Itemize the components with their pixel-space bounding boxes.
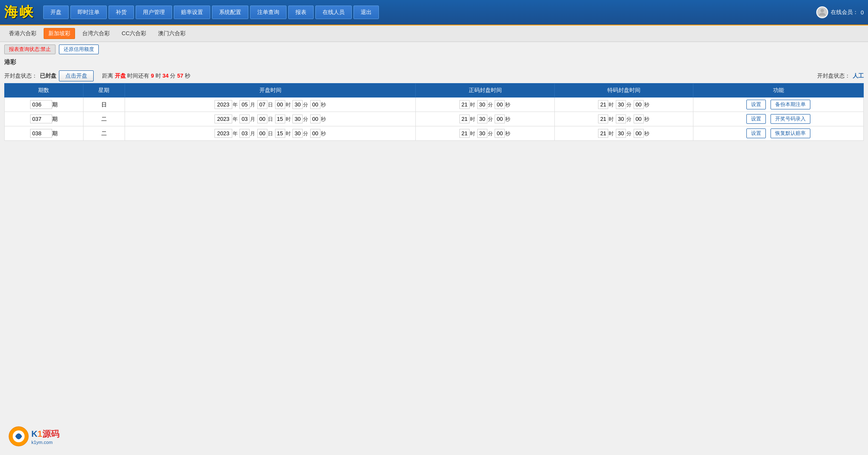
nav-chaxun[interactable]: 注单查询 [250, 6, 287, 19]
table-wrapper: 期数 星期 开盘时间 正码封盘时间 特码封盘时间 功能 期日 年 月 日 时 分… [0, 83, 868, 141]
nav-baobiao[interactable]: 报表 [288, 6, 314, 19]
tema-hour-input[interactable] [598, 100, 608, 109]
open-year-input[interactable] [214, 100, 232, 109]
table-row: 期二 年 月 日 时 分 秒 时 分 秒 时 分 秒 设置 恢复默认赔率 [5, 126, 864, 141]
open-month-input[interactable] [239, 100, 250, 109]
func-button-1[interactable]: 开奖号码录入 [771, 114, 810, 124]
countdown-group: 距离 开盘 时间还有 9 时 34 分 57 秒 [102, 72, 190, 80]
open-month-input[interactable] [239, 114, 250, 123]
open-hour-input[interactable] [275, 100, 285, 109]
countdown-seconds-unit: 秒 [185, 73, 190, 79]
online-count: 0 [861, 9, 864, 16]
header: 海峡 开盘 即时注单 补货 用户管理 赔率设置 系统配置 注单查询 报表 在线人… [0, 0, 868, 25]
section-title: 港彩 [0, 57, 868, 68]
online-label: 在线会员： [831, 8, 858, 16]
open-day-input[interactable] [257, 129, 267, 138]
open-min-input[interactable] [292, 129, 303, 138]
cell-func: 设置 开奖号码录入 [693, 112, 864, 126]
col-tema-time: 特码封盘时间 [554, 84, 693, 98]
col-func: 功能 [693, 84, 864, 98]
nav-peilu[interactable]: 赔率设置 [174, 6, 210, 19]
nav-online[interactable]: 在线人员 [315, 6, 352, 19]
sub-nav-am[interactable]: 澳门六合彩 [153, 28, 190, 39]
tema-min-input[interactable] [616, 114, 626, 123]
nav-logout[interactable]: 退出 [353, 6, 379, 19]
zhengma-hour-input[interactable] [459, 114, 470, 123]
logo: 海峡 [4, 3, 35, 22]
nav-user[interactable]: 用户管理 [136, 6, 172, 19]
period-input[interactable] [30, 114, 52, 123]
zhengma-min-input[interactable] [477, 100, 487, 109]
period-input[interactable] [30, 129, 52, 138]
avatar [816, 6, 828, 18]
nav-buhuo[interactable]: 补货 [108, 6, 134, 19]
open-sec-input[interactable] [310, 114, 320, 123]
tema-hour-input[interactable] [598, 114, 608, 123]
func-button-0[interactable]: 备份本期注单 [771, 100, 810, 109]
open-hour-input[interactable] [275, 114, 285, 123]
open-sec-input[interactable] [310, 100, 320, 109]
set-button-1[interactable]: 设置 [746, 114, 766, 124]
nav-xitong[interactable]: 系统配置 [212, 6, 248, 19]
open-month-input[interactable] [239, 129, 250, 138]
sub-nav-hk[interactable]: 香港六合彩 [4, 28, 41, 39]
restore-credit-btn[interactable]: 还原信用额度 [59, 45, 99, 54]
status-bar: 报表查询状态:禁止 还原信用额度 [0, 42, 868, 57]
seal-status-group: 开封盘状态： 已封盘 点击开盘 [4, 70, 94, 81]
open-sec-input[interactable] [310, 129, 320, 138]
report-status-btn[interactable]: 报表查询状态:禁止 [4, 45, 56, 54]
open-year-input[interactable] [214, 114, 232, 123]
cell-open-time: 年 月 日 时 分 秒 [125, 98, 416, 112]
right-value: 人工 [853, 72, 864, 80]
cell-zhengma-time: 时 分 秒 [416, 98, 554, 112]
cell-weekday: 二 [83, 112, 125, 126]
tema-min-input[interactable] [616, 100, 626, 109]
open-year-input[interactable] [214, 129, 232, 138]
cell-tema-time: 时 分 秒 [554, 98, 693, 112]
period-unit: 期 [52, 116, 58, 122]
cell-weekday: 二 [83, 126, 125, 141]
tema-sec-input[interactable] [634, 129, 644, 138]
func-button-2[interactable]: 恢复默认赔率 [771, 128, 810, 138]
set-button-0[interactable]: 设置 [746, 100, 766, 109]
cell-open-time: 年 月 日 时 分 秒 [125, 126, 416, 141]
open-min-input[interactable] [292, 100, 303, 109]
countdown-prefix: 距离 [102, 73, 113, 79]
zhengma-sec-input[interactable] [495, 100, 505, 109]
sub-nav-tw[interactable]: 台湾六合彩 [78, 28, 114, 39]
tema-min-input[interactable] [616, 129, 626, 138]
tema-hour-input[interactable] [598, 129, 608, 138]
set-button-2[interactable]: 设置 [746, 128, 766, 138]
right-status-group: 开封盘状态： 人工 [817, 72, 864, 80]
cell-weekday: 日 [83, 98, 125, 112]
countdown-minutes: 34 [162, 73, 168, 79]
col-open-time: 开盘时间 [125, 84, 416, 98]
right-label: 开封盘状态： [817, 72, 850, 80]
open-min-input[interactable] [292, 114, 303, 123]
open-day-input[interactable] [257, 100, 267, 109]
zhengma-sec-input[interactable] [495, 114, 505, 123]
period-unit: 期 [52, 101, 58, 108]
open-day-input[interactable] [257, 114, 267, 123]
cell-period: 期 [5, 126, 83, 141]
table-header-row: 期数 星期 开盘时间 正码封盘时间 特码封盘时间 功能 [5, 84, 864, 98]
open-pan-btn[interactable]: 点击开盘 [59, 70, 94, 81]
nav-kaipan[interactable]: 开盘 [43, 6, 69, 19]
sub-nav-sg[interactable]: 新加坡彩 [44, 28, 75, 39]
zhengma-min-input[interactable] [477, 114, 487, 123]
tema-sec-input[interactable] [634, 114, 644, 123]
zhengma-hour-input[interactable] [459, 100, 470, 109]
period-input[interactable] [30, 100, 52, 109]
sub-nav-cc[interactable]: CC六合彩 [117, 28, 151, 39]
period-unit: 期 [52, 130, 58, 137]
tema-sec-input[interactable] [634, 100, 644, 109]
zhengma-min-input[interactable] [477, 129, 487, 138]
nav-zhidan[interactable]: 即时注单 [70, 6, 107, 19]
col-zhengma-time: 正码封盘时间 [416, 84, 554, 98]
zhengma-sec-input[interactable] [495, 129, 505, 138]
open-hour-input[interactable] [275, 129, 285, 138]
user-info: 在线会员： 0 [816, 6, 864, 18]
zhengma-hour-input[interactable] [459, 129, 470, 138]
countdown-middle: 时间还有 [127, 73, 149, 79]
cell-tema-time: 时 分 秒 [554, 126, 693, 141]
